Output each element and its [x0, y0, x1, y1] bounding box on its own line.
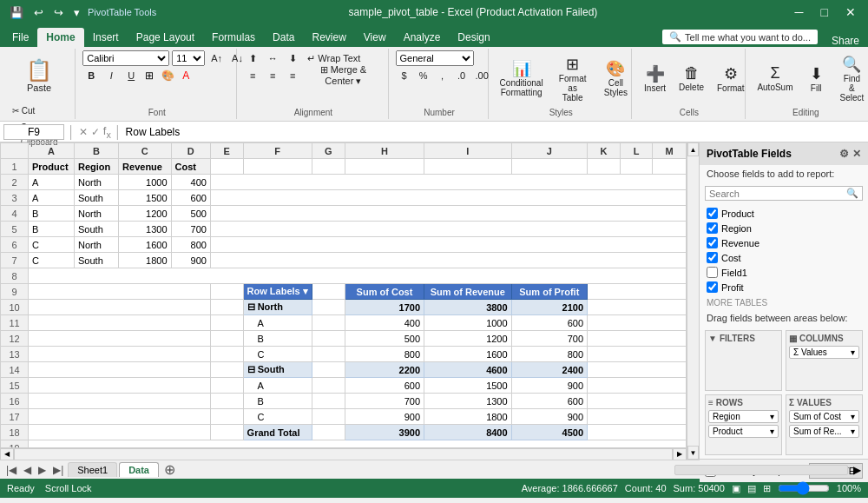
cell-a2[interactable]: A	[29, 175, 75, 190]
insert-button[interactable]: ➕ Insert	[639, 53, 671, 103]
maximize-button[interactable]: □	[816, 3, 833, 21]
pivot-grand-revenue[interactable]: 8400	[424, 425, 512, 440]
pivot-north-b-profit[interactable]: 700	[511, 331, 587, 347]
pivot-north-c-label[interactable]: C	[243, 347, 312, 362]
cell-c4[interactable]: 1200	[119, 206, 171, 222]
pivot-north-a-cost[interactable]: 400	[345, 315, 424, 331]
sum-revenue-chip-dropdown[interactable]: ▾	[851, 427, 855, 436]
pivot-south-c-revenue[interactable]: 1800	[424, 409, 512, 425]
cell-c6[interactable]: 1600	[119, 237, 171, 253]
cell-b3[interactable]: South	[75, 190, 119, 206]
tab-analyze[interactable]: Analyze	[395, 28, 450, 47]
quick-redo[interactable]: ↪	[51, 4, 66, 21]
col-header-j[interactable]: J	[511, 143, 587, 159]
pivot-south-cost[interactable]: 2200	[345, 362, 424, 378]
view-layout-icon[interactable]: ▤	[747, 483, 756, 494]
cell-b7[interactable]: South	[75, 253, 119, 268]
pivot-search-input[interactable]	[709, 189, 846, 199]
col-header-i[interactable]: I	[424, 143, 512, 159]
pivot-field-revenue-checkbox[interactable]	[707, 237, 718, 248]
sheet-nav-prev[interactable]: ◀	[21, 464, 34, 476]
italic-button[interactable]: I	[102, 68, 120, 83]
scroll-right-sheet[interactable]: ▶	[850, 464, 865, 476]
col-header-k[interactable]: K	[588, 143, 621, 159]
pivot-field-product-checkbox[interactable]	[707, 208, 718, 219]
cell-c7[interactable]: 1800	[119, 253, 171, 268]
pivot-south-b-cost[interactable]: 700	[345, 394, 424, 409]
cell-a3[interactable]: A	[29, 190, 75, 206]
pivot-south-c-label[interactable]: C	[243, 409, 312, 425]
col-header-d[interactable]: D	[171, 143, 210, 159]
format-as-table-button[interactable]: ⊞ Format asTable	[549, 53, 596, 103]
pivot-header-cost[interactable]: Sum of Cost	[345, 284, 424, 300]
pivot-south-label[interactable]: ⊟ South	[243, 362, 312, 378]
pivot-chip-product[interactable]: Product ▾	[708, 425, 779, 438]
pivot-south-a-revenue[interactable]: 1500	[424, 378, 512, 394]
tab-page-layout[interactable]: Page Layout	[128, 28, 203, 47]
pivot-field-region-checkbox[interactable]	[707, 222, 718, 234]
pivot-north-c-cost[interactable]: 800	[345, 347, 424, 362]
cell-c5[interactable]: 1300	[119, 222, 171, 237]
pivot-chip-sum-revenue[interactable]: Sum of Re... ▾	[789, 425, 859, 438]
cell-m1[interactable]	[653, 159, 687, 175]
pivot-chip-values[interactable]: Σ Values ▾	[789, 346, 859, 359]
cell-c3[interactable]: 1500	[119, 190, 171, 206]
align-bottom-button[interactable]: ⬇	[284, 50, 301, 66]
pivot-south-a-label[interactable]: A	[243, 378, 312, 394]
quick-more[interactable]: ▾	[71, 4, 82, 21]
pivot-north-c-revenue[interactable]: 1600	[424, 347, 512, 362]
format-button[interactable]: ⚙ Format	[712, 53, 750, 103]
cell-b6[interactable]: North	[75, 237, 119, 253]
pivot-south-a-cost[interactable]: 600	[345, 378, 424, 394]
share-button[interactable]: Share	[823, 35, 868, 47]
tab-insert[interactable]: Insert	[84, 28, 128, 47]
cancel-icon[interactable]: ✕	[79, 126, 88, 138]
cell-b5[interactable]: South	[75, 222, 119, 237]
scroll-down-button[interactable]: ▼	[687, 446, 699, 460]
pivot-header-profit[interactable]: Sum of Profit	[511, 284, 587, 300]
number-format-select[interactable]: General	[396, 50, 474, 66]
bold-button[interactable]: B	[82, 68, 100, 83]
currency-button[interactable]: $	[396, 68, 413, 83]
delete-button[interactable]: 🗑 Delete	[674, 53, 709, 103]
pivot-more-tables[interactable]: MORE TABLES	[700, 296, 868, 309]
pivot-north-label[interactable]: ⊟ North	[243, 300, 312, 315]
pivot-field-field1[interactable]: Field1	[705, 265, 863, 280]
merge-center-button[interactable]: ⊞ Merge & Center ▾	[304, 68, 382, 83]
cell-styles-button[interactable]: 🎨 CellStyles	[598, 53, 633, 103]
tab-design[interactable]: Design	[449, 28, 498, 47]
zoom-slider[interactable]	[778, 483, 830, 493]
col-header-f[interactable]: F	[243, 143, 312, 159]
cell-d6[interactable]: 800	[171, 237, 210, 253]
pivot-grand-profit[interactable]: 4500	[511, 425, 587, 440]
pivot-field-product[interactable]: Product	[705, 206, 863, 221]
border-button[interactable]: ⊞	[142, 69, 156, 82]
fill-button[interactable]: ⬇ Fill	[800, 53, 832, 103]
pivot-south-b-label[interactable]: B	[243, 394, 312, 409]
cell-f1[interactable]	[243, 159, 312, 175]
view-normal-icon[interactable]: ▣	[732, 483, 740, 494]
pivot-field-field1-checkbox[interactable]	[707, 267, 718, 278]
find-select-button[interactable]: 🔍 Find &Select	[834, 53, 868, 103]
cell-d2[interactable]: 400	[171, 175, 210, 190]
confirm-icon[interactable]: ✓	[91, 126, 100, 138]
cell-d7[interactable]: 900	[171, 253, 210, 268]
cell-a5[interactable]: B	[29, 222, 75, 237]
grid[interactable]: A B C D E F G H I J K L M	[0, 142, 687, 447]
pivot-south-c-cost[interactable]: 900	[345, 409, 424, 425]
pivot-north-c-profit[interactable]: 800	[511, 347, 587, 362]
minimize-button[interactable]: ─	[790, 3, 809, 21]
cell-b2[interactable]: North	[75, 175, 119, 190]
pivot-field-profit[interactable]: Profit	[705, 280, 863, 295]
close-button[interactable]: ✕	[840, 3, 861, 21]
pivot-north-revenue[interactable]: 3800	[424, 300, 512, 315]
h-scrollbar-sheets[interactable]	[674, 465, 848, 475]
cell-k1[interactable]	[588, 159, 621, 175]
cell-d1[interactable]: Cost	[171, 159, 210, 175]
cell-b1[interactable]: Region	[75, 159, 119, 175]
pivot-settings-icon[interactable]: ⚙	[839, 148, 849, 160]
sum-cost-chip-dropdown[interactable]: ▾	[851, 412, 855, 421]
col-header-b[interactable]: B	[75, 143, 119, 159]
sheet-tab-data[interactable]: Data	[119, 462, 159, 477]
font-grow-button[interactable]: A↑	[207, 50, 226, 66]
